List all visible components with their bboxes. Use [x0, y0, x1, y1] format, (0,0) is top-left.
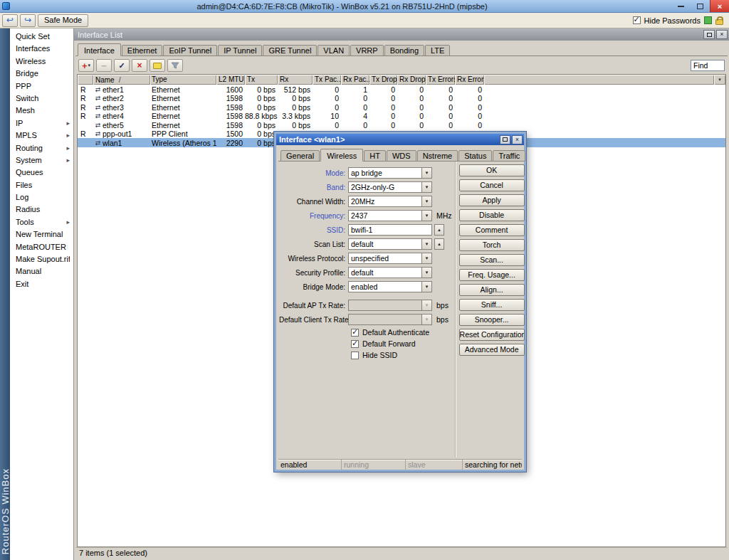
column-header-tx-packet[interactable]: Tx Pac...	[313, 75, 341, 85]
sidebar-item-radius[interactable]: Radius	[10, 204, 73, 216]
chevron-up-icon[interactable]: ▲	[434, 238, 444, 250]
freq-usage-button[interactable]: Freq. Usage...	[459, 269, 525, 281]
column-header-name[interactable]: Name/	[93, 75, 150, 85]
sidebar-item-ip[interactable]: IP▸	[10, 117, 73, 130]
restore-button[interactable]	[703, 30, 715, 39]
chevron-down-icon[interactable]: ▼	[422, 181, 432, 193]
chevron-up-icon[interactable]: ▲	[434, 224, 444, 236]
tab-traffic[interactable]: Traffic	[493, 150, 525, 162]
tab-ht[interactable]: HT	[364, 150, 386, 162]
tab-wireless[interactable]: Wireless	[320, 149, 363, 162]
tab-status[interactable]: Status	[458, 150, 492, 162]
tab-ethernet[interactable]: Ethernet	[122, 45, 163, 56]
dialog-titlebar[interactable]: Interface <wlan1> ×	[276, 134, 524, 145]
tab-interface[interactable]: Interface	[78, 43, 121, 56]
tab-gre-tunnel[interactable]: GRE Tunnel	[263, 45, 317, 56]
interface-list-close-button[interactable]: ×	[716, 30, 728, 39]
tab-general[interactable]: General	[280, 150, 320, 162]
column-header-tx-drops[interactable]: Tx Drops	[369, 75, 397, 85]
column-header-rx[interactable]: Rx	[278, 75, 313, 85]
channel-width-select[interactable]: 20MHz	[348, 196, 422, 207]
table-row[interactable]: R ⇄ether1 Ethernet 1600 0 bps 512 bps 0 …	[78, 85, 725, 94]
disable-button[interactable]: ×	[132, 59, 147, 72]
sniff-button[interactable]: Sniff...	[459, 299, 525, 311]
scan-button[interactable]: Scan...	[459, 254, 525, 266]
sidebar-item-metarouter[interactable]: MetaROUTER	[10, 241, 73, 253]
column-header-flags[interactable]	[78, 75, 93, 85]
column-header-l2mtu[interactable]: L2 MTU	[216, 75, 245, 85]
undo-button[interactable]: ↩	[2, 14, 18, 27]
torch-button[interactable]: Torch	[459, 239, 525, 251]
chevron-down-icon[interactable]: ▼	[422, 253, 432, 264]
sidebar-item-quick-set[interactable]: Quick Set	[10, 31, 73, 43]
column-header-tx-errors[interactable]: Tx Errors	[426, 75, 455, 85]
band-select[interactable]: 2GHz-only-G	[348, 181, 422, 193]
add-interface-button[interactable]: + ▾	[78, 59, 94, 72]
find-box[interactable]: Find	[691, 60, 725, 71]
table-row[interactable]: R ⇄ether4 Ethernet 1598 88.8 kbps 3.3 kb…	[78, 112, 725, 121]
wireless-protocol-select[interactable]: unspecified	[348, 253, 422, 264]
column-header-tx[interactable]: Tx	[245, 75, 278, 85]
tab-bonding[interactable]: Bonding	[384, 45, 424, 56]
maximize-button[interactable]	[691, 0, 710, 12]
sidebar-item-bridge[interactable]: Bridge	[10, 68, 73, 80]
sidebar-item-files[interactable]: Files	[10, 179, 73, 191]
redo-button[interactable]: ↪	[20, 14, 36, 27]
bridge-mode-select[interactable]: enabled	[348, 281, 422, 292]
default-authenticate-checkbox[interactable]: ✓ Default Authenticate	[351, 328, 452, 337]
cancel-button[interactable]: Cancel	[459, 179, 525, 191]
column-header-rx-errors[interactable]: Rx Errors	[455, 75, 484, 85]
security-profile-select[interactable]: default	[348, 267, 422, 278]
column-header-type[interactable]: Type	[150, 75, 216, 85]
tab-wds[interactable]: WDS	[387, 150, 416, 162]
ssid-input[interactable]: bwifi-1	[348, 224, 432, 236]
sidebar-item-log[interactable]: Log	[10, 191, 73, 204]
enable-button[interactable]: ✓	[114, 59, 130, 72]
chevron-down-icon[interactable]: ▼	[422, 167, 432, 179]
comment-button[interactable]: Comment	[459, 224, 525, 236]
advanced-mode-button[interactable]: Advanced Mode	[459, 344, 525, 356]
column-chooser-button[interactable]: ▾	[714, 75, 725, 85]
sidebar-item-system[interactable]: System▸	[10, 154, 73, 167]
snooper-button[interactable]: Snooper...	[459, 314, 525, 326]
frequency-input[interactable]: 2437	[348, 210, 422, 221]
hide-passwords-checkbox[interactable]: ✓	[633, 16, 641, 24]
default-forward-checkbox[interactable]: ✓ Default Forward	[351, 339, 452, 348]
tab-ip-tunnel[interactable]: IP Tunnel	[218, 45, 262, 56]
sidebar-item-mpls[interactable]: MPLS▸	[10, 130, 73, 142]
tab-vlan[interactable]: VLAN	[318, 45, 350, 56]
hide-ssid-checkbox[interactable]: Hide SSID	[351, 351, 452, 359]
sidebar-item-ppp[interactable]: PPP	[10, 80, 73, 93]
dialog-restore-button[interactable]	[500, 135, 510, 144]
scan-list-select[interactable]: default	[348, 238, 422, 250]
table-row[interactable]: R ⇄ether3 Ethernet 1598 0 bps 0 bps 0 0 …	[78, 102, 725, 112]
align-button[interactable]: Align...	[459, 284, 525, 296]
sidebar-item-make-supout[interactable]: Make Supout.rif	[10, 253, 73, 265]
chevron-down-icon[interactable]: ▼	[422, 210, 432, 221]
sidebar-item-wireless[interactable]: Wireless	[10, 56, 73, 68]
sidebar-item-switch[interactable]: Switch	[10, 93, 73, 105]
dialog-close-button[interactable]: ×	[512, 135, 523, 144]
tab-vrrp[interactable]: VRRP	[350, 45, 384, 56]
table-row[interactable]: ⇄ether5 Ethernet 1598 0 bps 0 bps 0 0 0 …	[78, 120, 725, 130]
safe-mode-button[interactable]: Safe Mode	[38, 14, 88, 27]
minimize-button[interactable]	[671, 0, 691, 12]
filter-button[interactable]	[167, 59, 183, 72]
close-button[interactable]: ×	[710, 0, 729, 12]
chevron-down-icon[interactable]: ▼	[422, 267, 432, 278]
ok-button[interactable]: OK	[459, 164, 525, 176]
table-row[interactable]: R ⇄ether2 Ethernet 1598 0 bps 0 bps 0 0 …	[78, 94, 725, 103]
tab-nstreme[interactable]: Nstreme	[417, 150, 458, 162]
mode-select[interactable]: ap bridge	[348, 167, 422, 179]
remove-interface-button[interactable]: −	[96, 59, 112, 72]
sidebar-item-routing[interactable]: Routing▸	[10, 142, 73, 154]
sidebar-item-interfaces[interactable]: Interfaces	[10, 43, 73, 55]
chevron-down-icon[interactable]: ▼	[422, 238, 432, 250]
tab-eoip-tunnel[interactable]: EoIP Tunnel	[163, 45, 217, 56]
column-header-rx-drops[interactable]: Rx Drops	[397, 75, 426, 85]
comment-button[interactable]	[150, 59, 165, 72]
column-header-rx-packet[interactable]: Rx Pac...	[341, 75, 369, 85]
sidebar-item-mesh[interactable]: Mesh	[10, 105, 73, 117]
tab-lte[interactable]: LTE	[425, 45, 450, 56]
sidebar-item-new-terminal[interactable]: New Terminal	[10, 228, 73, 241]
